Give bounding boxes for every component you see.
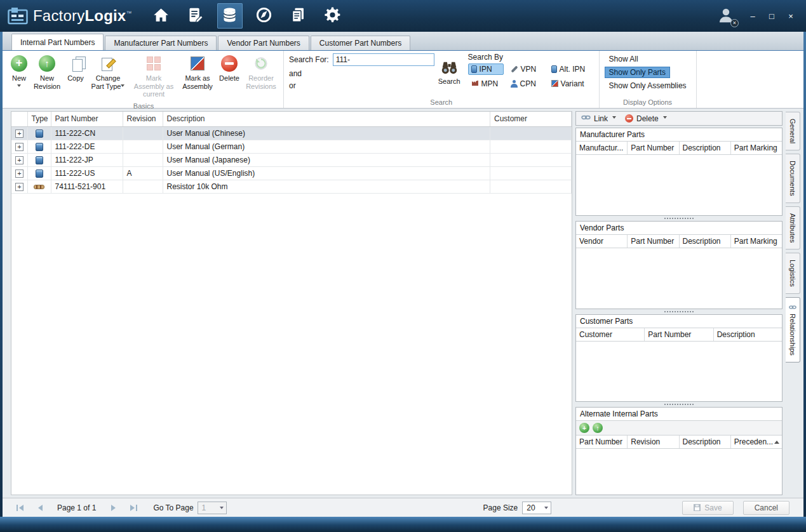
add-alternate-button[interactable]: +	[579, 423, 589, 433]
promote-alternate-button[interactable]: ↑	[593, 423, 603, 433]
revision-cell	[123, 140, 163, 153]
section-splitter[interactable]	[575, 402, 782, 407]
show-only-assemblies-option[interactable]: Show Only Assemblies	[605, 80, 691, 91]
tab-relationships[interactable]: Relationships	[786, 297, 800, 362]
expand-icon[interactable]: +	[15, 183, 24, 191]
goto-page-combo[interactable]: 1	[198, 502, 227, 514]
next-page-button[interactable]	[105, 502, 121, 514]
resistor-part-icon	[34, 185, 44, 189]
part-marking-column-header[interactable]: Part Marking	[731, 235, 782, 248]
search-input[interactable]	[333, 53, 434, 66]
part-number-cell: 111-222-JP	[51, 153, 123, 166]
nav-settings-button[interactable]	[320, 3, 346, 29]
user-account-button[interactable]: ×	[716, 6, 736, 26]
table-row[interactable]: + 111-222-JP User Manual (Japanese)	[11, 153, 572, 166]
tab-manufacturer-part-numbers[interactable]: Manufacturer Part Numbers	[105, 36, 217, 50]
part-number-column-header[interactable]: Part Number	[51, 112, 123, 126]
description-column-header[interactable]: Description	[680, 436, 731, 448]
mark-assembly-as-current-button[interactable]: Mark Assembly as current	[128, 53, 179, 100]
part-number-column-header[interactable]: Part Number	[576, 436, 628, 448]
first-page-button[interactable]	[11, 502, 28, 514]
nav-planning-button[interactable]	[183, 3, 208, 29]
link-button[interactable]: Link	[581, 114, 616, 123]
show-only-parts-option[interactable]: Show Only Parts	[605, 67, 670, 78]
compass-icon	[255, 6, 272, 25]
last-page-icon	[130, 505, 135, 511]
part-number-column-header[interactable]: Part Number	[645, 328, 713, 341]
new-button[interactable]: + New	[8, 53, 30, 91]
description-column-header[interactable]: Description	[680, 142, 731, 154]
expand-icon[interactable]: +	[15, 156, 24, 164]
page-info: Page 1 of 1	[57, 503, 96, 512]
documents-icon	[290, 6, 307, 25]
delete-button[interactable]: Delete	[216, 53, 243, 84]
tab-internal-part-numbers[interactable]: Internal Part Numbers	[11, 34, 104, 50]
page-size-combo[interactable]: 20	[522, 502, 551, 514]
table-row[interactable]: + 74111-521-901 Resistor 10k Ohm	[11, 180, 572, 193]
revision-column-header[interactable]: Revision	[628, 436, 679, 448]
toggle-alt-ipn[interactable]: Alt. IPN	[548, 63, 595, 75]
manufacturer-parts-list[interactable]	[576, 155, 782, 215]
toggle-ipn[interactable]: IPN	[468, 63, 504, 75]
cancel-button[interactable]: Cancel	[743, 501, 789, 515]
tab-general[interactable]: General	[786, 112, 800, 150]
toggle-vpn[interactable]: VPN	[507, 63, 544, 75]
tab-vendor-part-numbers[interactable]: Vendor Part Numbers	[218, 36, 309, 50]
nav-parts-button[interactable]	[217, 3, 243, 29]
tab-customer-part-numbers[interactable]: Customer Part Numbers	[311, 36, 410, 50]
show-all-option[interactable]: Show All	[605, 53, 643, 65]
customer-column-header[interactable]: Customer	[576, 328, 645, 341]
reorder-revisions-button[interactable]: Reorder Revisions	[243, 53, 279, 92]
panel-delete-button[interactable]: Delete	[625, 114, 667, 123]
nav-home-button[interactable]	[149, 3, 174, 29]
tab-logistics[interactable]: Logistics	[786, 253, 800, 294]
customer-parts-list[interactable]	[576, 342, 782, 402]
section-splitter[interactable]	[575, 216, 782, 221]
customer-column-header[interactable]: Customer	[490, 112, 572, 126]
table-row[interactable]: + 111-222-DE User Manual (German)	[11, 140, 572, 153]
description-column-header[interactable]: Description	[714, 328, 782, 341]
save-button[interactable]: Save	[682, 501, 733, 515]
table-row[interactable]: + 111-222-CN User Manual (Chinese)	[11, 126, 572, 140]
toggle-variant[interactable]: Variant	[548, 77, 595, 90]
expand-icon[interactable]: +	[15, 143, 24, 151]
section-splitter[interactable]	[575, 309, 782, 314]
type-column-header[interactable]: Type	[27, 112, 51, 126]
vendor-column-header[interactable]: Vendor	[576, 235, 628, 248]
tab-attributes[interactable]: Attributes	[786, 206, 800, 249]
last-page-button[interactable]	[125, 502, 142, 514]
table-row[interactable]: + 111-222-US A User Manual (US/English)	[11, 166, 572, 180]
copy-button[interactable]: Copy	[64, 53, 88, 84]
maximize-button[interactable]: □	[767, 11, 777, 21]
toggle-cpn[interactable]: CPN	[507, 77, 544, 90]
part-number-cell: 74111-521-901	[51, 180, 123, 193]
tab-documents[interactable]: Documents	[786, 154, 800, 203]
close-button[interactable]: ×	[786, 11, 796, 21]
search-button[interactable]: Search	[438, 59, 460, 85]
prev-page-button[interactable]	[32, 502, 48, 514]
nav-documents-button[interactable]	[286, 3, 311, 29]
revision-column-header[interactable]: Revision	[123, 112, 163, 126]
manufacturer-column-header[interactable]: Manufactur...	[576, 142, 628, 154]
part-number-column-header[interactable]: Part Number	[628, 235, 679, 248]
mark-as-assembly-button[interactable]: Mark as Assembly	[179, 53, 216, 92]
alternate-parts-list[interactable]	[576, 449, 782, 495]
description-cell: User Manual (German)	[163, 140, 490, 153]
part-marking-column-header[interactable]: Part Marking	[731, 142, 782, 154]
ribbon: + New ↑ New Revision Copy Change Pa	[3, 50, 803, 109]
part-number-column-header[interactable]: Part Number	[628, 142, 679, 154]
save-icon	[694, 504, 701, 511]
toggle-mpn[interactable]: MPN	[468, 77, 504, 90]
expand-icon[interactable]: +	[15, 130, 24, 138]
minimize-button[interactable]: –	[748, 11, 758, 21]
expand-icon[interactable]: +	[15, 170, 24, 178]
delete-icon	[221, 55, 238, 72]
precedence-column-header[interactable]: Preceden...	[731, 436, 782, 448]
vendor-parts-list[interactable]	[576, 248, 782, 309]
description-column-header[interactable]: Description	[680, 235, 731, 248]
nav-deploy-button[interactable]	[252, 3, 277, 29]
description-column-header[interactable]: Description	[163, 112, 490, 126]
change-part-type-button[interactable]: Change Part Type	[88, 53, 128, 92]
customer-cell	[490, 166, 572, 180]
new-revision-button[interactable]: ↑ New Revision	[30, 53, 64, 92]
